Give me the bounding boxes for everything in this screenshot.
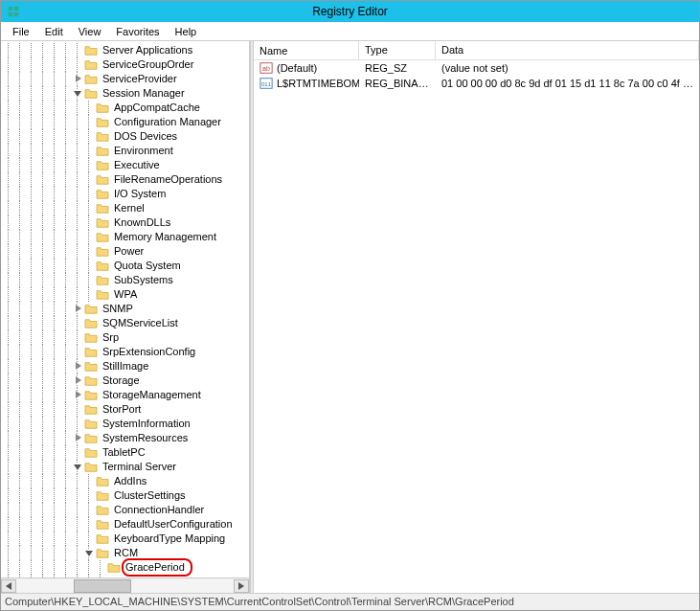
tree-node[interactable]: ServiceProvider	[3, 72, 235, 86]
tree-label[interactable]: Session Manager	[101, 86, 187, 101]
tree-node[interactable]: Terminal Server	[3, 460, 235, 474]
menu-favorites[interactable]: Favorites	[108, 24, 167, 39]
tree-node[interactable]: AppCompatCache	[3, 101, 235, 115]
tree-node[interactable]: FileRenameOperations	[3, 172, 235, 187]
tree-label[interactable]: KeyboardType Mapping	[112, 532, 227, 546]
tree-label[interactable]: StorPort	[101, 402, 143, 417]
tree-label[interactable]: I/O System	[112, 187, 168, 201]
tree-label[interactable]: TabletPC	[101, 445, 147, 460]
tree-node[interactable]: GracePeriod	[3, 560, 235, 575]
tree-label[interactable]: DOS Devices	[112, 129, 179, 144]
tree-label[interactable]: Terminal Server	[101, 460, 178, 474]
tree-node[interactable]: SNMP	[3, 302, 235, 316]
tree-node[interactable]: ConnectionHandler	[3, 503, 235, 517]
tree-node[interactable]: Environment	[3, 144, 235, 158]
tree-label[interactable]: DefaultUserConfiguration	[112, 517, 235, 532]
tree-node[interactable]: Srp	[3, 330, 235, 345]
tree-node[interactable]: Session Manager	[3, 86, 235, 101]
menu-view[interactable]: View	[71, 24, 109, 39]
list-row[interactable]: ab(Default)REG_SZ(value not set)	[254, 60, 699, 76]
tree-node[interactable]: StillImage	[3, 359, 235, 373]
tree-node[interactable]: StorPort	[3, 402, 235, 417]
tree-label[interactable]: WPA	[112, 287, 139, 302]
collapse-icon[interactable]	[83, 546, 95, 560]
tree-node[interactable]: KeyboardType Mapping	[3, 532, 235, 546]
tree-node[interactable]: Quota System	[3, 259, 235, 273]
tree-node[interactable]: Configuration Manager	[3, 115, 235, 129]
menu-file[interactable]: File	[5, 24, 37, 39]
tree-node[interactable]: Licensing Core	[3, 575, 235, 577]
menu-help[interactable]: Help	[168, 24, 205, 39]
menu-edit[interactable]: Edit	[37, 24, 71, 39]
tree-label[interactable]: KnownDLLs	[112, 215, 172, 230]
tree-node[interactable]: ClusterSettings	[3, 488, 235, 503]
expand-icon[interactable]	[72, 431, 83, 445]
scroll-thumb[interactable]	[74, 579, 131, 593]
tree-node[interactable]: Memory Management	[3, 230, 235, 244]
tree-node[interactable]: Server Applications	[3, 43, 235, 57]
tree-label[interactable]: SystemInformation	[101, 417, 192, 431]
expand-icon[interactable]	[72, 302, 83, 316]
tree-label[interactable]: ServiceGroupOrder	[101, 57, 195, 72]
tree-label[interactable]: Quota System	[112, 259, 183, 273]
tree-label[interactable]: AddIns	[112, 474, 148, 488]
tree-label[interactable]: Configuration Manager	[112, 115, 223, 129]
tree-node[interactable]: StorageManagement	[3, 388, 235, 402]
expand-icon[interactable]	[72, 373, 83, 388]
tree-label[interactable]: StillImage	[101, 359, 150, 373]
tree-label[interactable]: Srp	[101, 330, 121, 345]
tree-node[interactable]: TabletPC	[3, 445, 235, 460]
tree-label[interactable]: AppCompatCache	[112, 101, 202, 115]
tree-node[interactable]: SubSystems	[3, 273, 235, 287]
tree-node[interactable]: I/O System	[3, 187, 235, 201]
tree-node[interactable]: AddIns	[3, 474, 235, 488]
tree-label[interactable]: Environment	[112, 144, 175, 158]
list-body[interactable]: ab(Default)REG_SZ(value not set)011L$RTM…	[254, 60, 699, 593]
tree-label[interactable]: Executive	[112, 158, 162, 172]
col-name[interactable]: Name	[254, 41, 359, 59]
tree-node[interactable]: WPA	[3, 287, 235, 302]
tree-node[interactable]: SrpExtensionConfig	[3, 345, 235, 359]
tree-node[interactable]: SQMServiceList	[3, 316, 235, 330]
tree-node[interactable]: DefaultUserConfiguration	[3, 517, 235, 532]
tree-hscrollbar[interactable]	[1, 577, 249, 593]
expand-icon[interactable]	[72, 359, 83, 373]
tree-node[interactable]: Kernel	[3, 201, 235, 215]
collapse-icon[interactable]	[72, 460, 83, 474]
scroll-right-button[interactable]	[234, 579, 249, 593]
tree-label[interactable]: Licensing Core	[124, 575, 197, 577]
tree-node[interactable]: Power	[3, 244, 235, 259]
tree-label[interactable]: ServiceProvider	[101, 72, 179, 86]
tree-scroll[interactable]: Server ApplicationsServiceGroupOrderServ…	[1, 41, 249, 577]
col-type[interactable]: Type	[359, 41, 436, 59]
tree-label[interactable]: Kernel	[112, 201, 147, 215]
tree-node[interactable]: SystemInformation	[3, 417, 235, 431]
expand-icon[interactable]	[72, 72, 83, 86]
tree-label[interactable]: SubSystems	[112, 273, 175, 287]
tree-label[interactable]: ConnectionHandler	[112, 503, 206, 517]
tree-label[interactable]: SrpExtensionConfig	[101, 345, 197, 359]
list-row[interactable]: 011L$RTMTIMEBOMB_132...REG_BINARY01 00 0…	[254, 76, 699, 91]
tree-node[interactable]: SystemResources	[3, 431, 235, 445]
tree-node[interactable]: Executive	[3, 158, 235, 172]
tree-node[interactable]: RCM	[3, 546, 235, 560]
col-data[interactable]: Data	[436, 41, 699, 59]
tree-label[interactable]: FileRenameOperations	[112, 172, 224, 187]
tree-label[interactable]: Memory Management	[112, 230, 218, 244]
tree-node[interactable]: Storage	[3, 373, 235, 388]
tree-label[interactable]: ClusterSettings	[112, 488, 188, 503]
tree-label[interactable]: SystemResources	[101, 431, 190, 445]
collapse-icon[interactable]	[72, 86, 83, 101]
tree-label[interactable]: SQMServiceList	[101, 316, 180, 330]
expand-icon[interactable]	[72, 388, 83, 402]
tree-node[interactable]: ServiceGroupOrder	[3, 57, 235, 72]
scroll-track[interactable]	[16, 579, 234, 593]
scroll-left-button[interactable]	[1, 579, 16, 593]
tree-label[interactable]: Storage	[101, 373, 142, 388]
tree-label[interactable]: SNMP	[101, 302, 135, 316]
tree-label[interactable]: StorageManagement	[101, 388, 203, 402]
tree-label[interactable]: Power	[112, 244, 146, 259]
tree-label[interactable]: Server Applications	[101, 43, 194, 57]
tree-node[interactable]: DOS Devices	[3, 129, 235, 144]
tree-node[interactable]: KnownDLLs	[3, 215, 235, 230]
